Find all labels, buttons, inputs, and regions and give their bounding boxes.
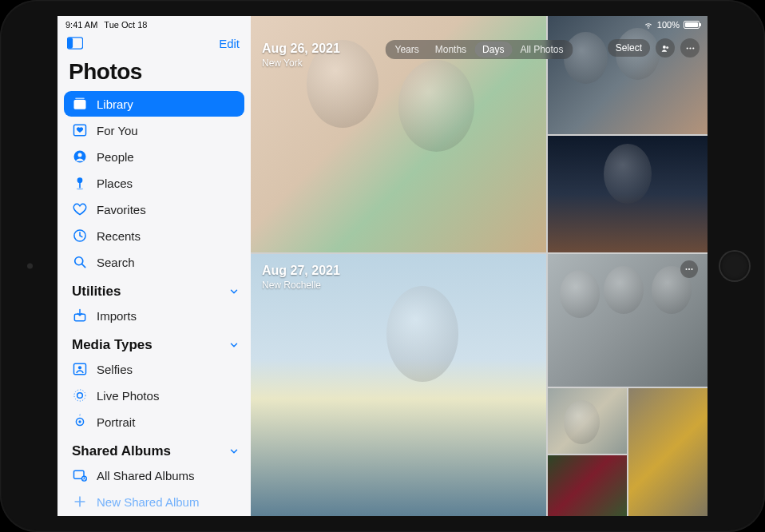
svg-point-27: [662, 45, 665, 48]
sidebar-item-imports[interactable]: Imports: [64, 303, 244, 328]
svg-point-23: [84, 477, 85, 478]
sidebar-item-recents[interactable]: Recents: [64, 223, 244, 248]
svg-point-7: [77, 177, 83, 183]
sidebar-item-new-shared-album[interactable]: New Shared Album: [64, 489, 244, 514]
svg-point-29: [686, 47, 688, 49]
sidebar-item-favorites[interactable]: Favorites: [64, 197, 244, 222]
shared-albums-icon: [72, 467, 88, 483]
portrait-icon: f: [72, 414, 88, 430]
ipad-frame: 9:41 AM Tue Oct 18 100% Edit Photos: [0, 0, 765, 532]
sidebar-item-places[interactable]: Places: [64, 170, 244, 196]
status-bar-left: 9:41 AM Tue Oct 18: [65, 20, 147, 30]
battery-icon: [684, 21, 700, 29]
section-title: Shared Albums: [72, 443, 171, 459]
sidebar: Edit Photos Library For You: [57, 16, 251, 516]
sidebar-item-label: All Shared Albums: [97, 469, 195, 482]
svg-point-31: [692, 47, 694, 49]
photo-thumbnail[interactable]: [548, 136, 708, 252]
svg-line-12: [82, 264, 85, 268]
sidebar-item-label: For You: [97, 124, 138, 137]
svg-point-30: [689, 47, 691, 49]
photo-thumbnail[interactable]: [548, 16, 708, 134]
sidebar-item-selfies[interactable]: Selfies: [64, 356, 244, 382]
section-media-types[interactable]: Media Types: [64, 329, 244, 356]
status-time: 9:41 AM: [65, 20, 97, 30]
svg-rect-1: [68, 38, 73, 48]
svg-point-15: [78, 366, 81, 369]
battery-percent: 100%: [657, 20, 680, 30]
shared-library-button[interactable]: [656, 38, 675, 58]
section-title: Media Types: [72, 337, 153, 353]
sidebar-item-label: Places: [97, 177, 133, 190]
status-date: Tue Oct 18: [104, 20, 147, 30]
photo-thumbnail[interactable]: [251, 254, 546, 516]
edit-button[interactable]: Edit: [219, 37, 240, 50]
svg-point-6: [78, 153, 82, 157]
sidebar-item-search[interactable]: Search: [64, 249, 244, 275]
section-utilities[interactable]: Utilities: [64, 276, 244, 303]
selfies-icon: [72, 361, 88, 377]
chevron-down-icon: [228, 286, 240, 297]
sidebar-item-label: Library: [97, 97, 133, 111]
sidebar-item-label: Favorites: [97, 203, 146, 216]
segment-months[interactable]: Months: [427, 42, 474, 58]
section-utilities-list: Imports: [64, 303, 244, 329]
wifi-icon: [644, 20, 653, 30]
search-icon: [72, 254, 88, 270]
segment-years[interactable]: Years: [387, 42, 427, 58]
photo-thumbnail[interactable]: [548, 455, 627, 516]
people-icon: [72, 149, 88, 165]
toolbar-right: Select: [608, 38, 700, 58]
segment-days[interactable]: Days: [474, 42, 512, 58]
group-location: New York: [262, 58, 303, 69]
sidebar-item-label: Recents: [97, 229, 141, 243]
group-date: Aug 26, 2021: [262, 42, 340, 56]
select-button[interactable]: Select: [608, 39, 650, 57]
library-grid: Aug 26, 2021 New York Aug 27, 2021 New: [251, 16, 708, 516]
sidebar-item-live-photos[interactable]: Live Photos: [64, 383, 244, 408]
svg-point-26: [692, 268, 693, 270]
sidebar-item-label: Imports: [97, 309, 137, 323]
sidebar-item-all-shared-albums[interactable]: All Shared Albums: [64, 463, 244, 488]
svg-rect-3: [75, 98, 85, 100]
sidebar-nav: Library For You People: [64, 91, 244, 276]
group-date: Aug 27, 2021: [262, 264, 340, 278]
sidebar-item-label: New Shared Album: [97, 495, 199, 509]
svg-point-17: [74, 390, 85, 401]
more-options-button[interactable]: [680, 260, 698, 278]
group-location: New Rochelle: [262, 280, 321, 291]
photo-thumbnail[interactable]: [628, 388, 708, 516]
chevron-down-icon: [228, 446, 240, 457]
more-button[interactable]: [680, 38, 700, 58]
section-shared-albums[interactable]: Shared Albums: [64, 435, 244, 463]
svg-point-16: [77, 393, 83, 399]
imports-icon: [72, 308, 88, 324]
home-button[interactable]: [719, 250, 751, 282]
svg-point-24: [686, 268, 688, 270]
svg-point-25: [688, 268, 690, 270]
bezel-right: [708, 0, 765, 532]
svg-text:f: f: [79, 414, 81, 417]
library-icon: [72, 96, 88, 112]
sidebar-item-library[interactable]: Library: [64, 91, 244, 117]
svg-rect-8: [79, 182, 81, 189]
svg-point-9: [77, 189, 83, 190]
sidebar-toggle-icon[interactable]: [67, 35, 83, 51]
status-bar: 9:41 AM Tue Oct 18 100%: [57, 16, 708, 34]
sidebar-item-portrait[interactable]: f Portrait: [64, 409, 244, 435]
sidebar-item-label: Live Photos: [97, 389, 159, 403]
sidebar-item-label: People: [97, 150, 134, 164]
for-you-icon: [72, 122, 88, 138]
sidebar-item-people[interactable]: People: [64, 144, 244, 169]
status-bar-right: 100%: [644, 20, 700, 30]
chevron-down-icon: [228, 339, 240, 351]
recents-icon: [72, 228, 88, 244]
sidebar-item-label: Portrait: [97, 415, 135, 429]
sidebar-item-for-you[interactable]: For You: [64, 117, 244, 143]
sidebar-title: Photos: [64, 56, 244, 91]
sidebar-top: Edit: [64, 32, 244, 56]
photo-thumbnail[interactable]: [548, 388, 627, 454]
bezel-left: [0, 0, 57, 532]
segment-all-photos[interactable]: All Photos: [512, 42, 571, 58]
screen: 9:41 AM Tue Oct 18 100% Edit Photos: [57, 16, 708, 516]
